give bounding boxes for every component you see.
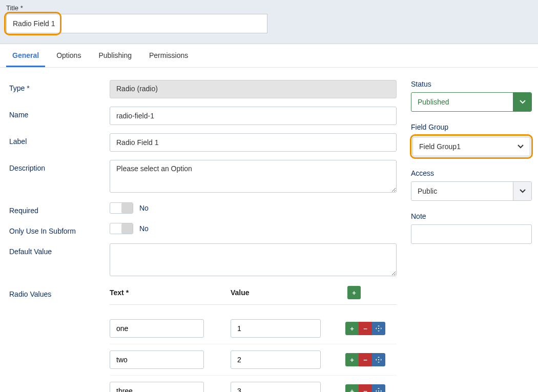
description-label: Description — [9, 160, 110, 172]
minus-icon: − — [363, 356, 367, 364]
rv-row: + − — [110, 313, 397, 344]
label-label: Label — [9, 133, 110, 146]
tab-options[interactable]: Options — [50, 44, 87, 67]
radiovalues-label: Radio Values — [9, 286, 110, 298]
rv-value-input[interactable] — [231, 382, 321, 392]
name-input[interactable] — [110, 107, 397, 125]
subform-value-text: No — [139, 224, 149, 233]
title-label: Title * — [6, 4, 532, 12]
rv-remove-button[interactable]: − — [359, 384, 372, 392]
chevron-down-icon — [513, 182, 531, 200]
rv-remove-button[interactable]: − — [359, 353, 372, 366]
status-select[interactable]: Published — [411, 92, 532, 112]
fieldgroup-value: Field Group1 — [413, 142, 511, 151]
move-icon — [376, 357, 382, 363]
required-label: Required — [9, 202, 110, 215]
rv-value-input[interactable] — [231, 350, 321, 369]
rv-row: + − — [110, 376, 397, 392]
rv-remove-button[interactable]: − — [359, 322, 372, 335]
rv-row: + − — [110, 344, 397, 376]
rv-move-button[interactable] — [372, 353, 385, 366]
fieldgroup-label: Field Group — [411, 123, 532, 131]
default-textarea[interactable] — [110, 243, 397, 276]
required-toggle[interactable] — [110, 202, 133, 214]
tab-permissions[interactable]: Permissions — [143, 44, 194, 67]
note-input[interactable] — [411, 224, 532, 244]
rv-move-button[interactable] — [372, 384, 385, 392]
status-label: Status — [411, 80, 532, 88]
plus-icon: + — [352, 289, 356, 297]
title-section: Title * — [0, 0, 538, 44]
required-value-text: No — [139, 204, 149, 212]
type-label: Type * — [9, 80, 110, 92]
title-input[interactable] — [6, 14, 267, 33]
plus-icon: + — [350, 387, 354, 393]
access-select[interactable]: Public — [411, 181, 532, 201]
access-value: Public — [411, 187, 513, 195]
rv-move-button[interactable] — [372, 322, 385, 335]
rv-add-button[interactable]: + — [345, 322, 359, 335]
plus-icon: + — [350, 325, 354, 333]
fieldgroup-select[interactable]: Field Group1 — [412, 137, 530, 156]
rv-col-value-header: Value — [231, 288, 343, 297]
status-value: Published — [411, 98, 513, 106]
plus-icon: + — [350, 356, 354, 364]
move-icon — [376, 325, 382, 332]
description-textarea[interactable] — [110, 160, 397, 193]
minus-icon: − — [363, 387, 367, 393]
default-label: Default Value — [9, 243, 110, 256]
rv-add-row-button[interactable]: + — [347, 286, 361, 299]
chevron-down-icon — [511, 137, 530, 156]
subform-label: Only Use In Subform — [9, 223, 110, 235]
rv-value-input[interactable] — [231, 319, 321, 338]
access-label: Access — [411, 169, 532, 177]
name-label: Name — [9, 107, 110, 119]
type-value: Radio (radio) — [110, 80, 397, 98]
tab-bar: General Options Publishing Permissions — [0, 44, 538, 68]
tab-general[interactable]: General — [6, 44, 45, 67]
rv-text-input[interactable] — [110, 350, 204, 369]
move-icon — [376, 388, 382, 392]
chevron-down-icon — [513, 93, 531, 111]
minus-icon: − — [363, 325, 367, 333]
subform-toggle[interactable] — [110, 223, 133, 234]
highlight-fieldgroup: Field Group1 — [410, 134, 533, 159]
rv-text-input[interactable] — [110, 382, 204, 392]
label-input[interactable] — [110, 133, 397, 152]
tab-publishing[interactable]: Publishing — [92, 44, 138, 67]
note-label: Note — [411, 212, 532, 220]
rv-col-text-header: Text * — [110, 288, 231, 297]
rv-text-input[interactable] — [110, 319, 204, 338]
rv-add-button[interactable]: + — [345, 353, 359, 366]
rv-add-button[interactable]: + — [345, 384, 359, 392]
